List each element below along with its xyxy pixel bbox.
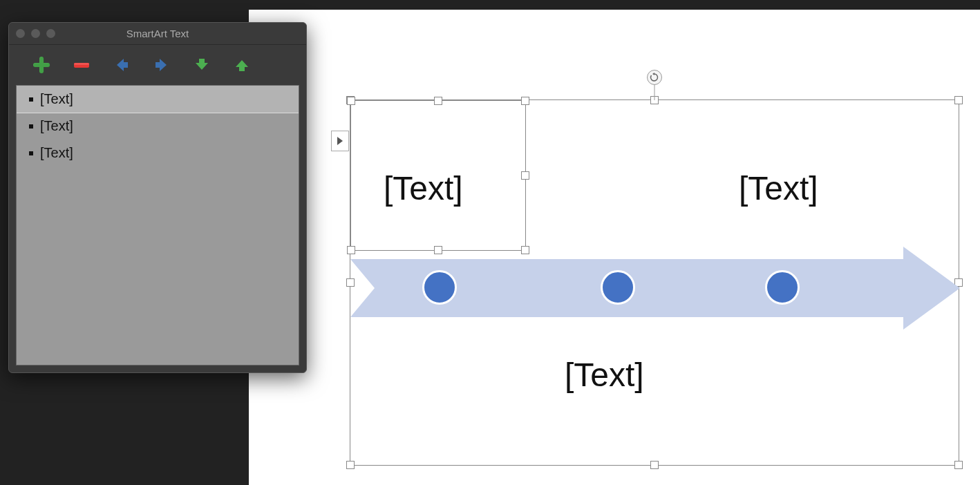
smartart-text-pane-toggle[interactable] xyxy=(331,131,349,151)
remove-bullet-button[interactable] xyxy=(70,53,93,77)
timeline-label-3[interactable]: [Text] xyxy=(739,169,818,207)
list-item-text: [Text] xyxy=(40,118,73,134)
resize-handle-tr[interactable] xyxy=(954,96,963,104)
slide-canvas[interactable]: [Text] [Text] [Text] xyxy=(261,10,980,485)
promote-button[interactable] xyxy=(110,53,133,77)
resize-handle-bl[interactable] xyxy=(346,461,355,469)
panel-toolbar xyxy=(9,45,306,85)
list-item[interactable]: [Text] xyxy=(17,86,299,113)
rotate-connector xyxy=(654,85,655,100)
minimize-window-icon[interactable] xyxy=(31,29,40,38)
arrow-up-icon xyxy=(233,56,251,74)
list-item-text: [Text] xyxy=(40,91,73,107)
inner-resize-bm[interactable] xyxy=(434,246,442,254)
add-bullet-button[interactable] xyxy=(30,53,53,77)
move-down-button[interactable] xyxy=(190,53,214,77)
rotate-handle[interactable] xyxy=(647,70,662,85)
resize-handle-bm[interactable] xyxy=(650,461,659,469)
window-controls xyxy=(16,29,55,38)
plus-icon xyxy=(32,56,50,74)
chevron-right-icon xyxy=(337,137,343,145)
bullet-icon xyxy=(29,124,33,129)
list-item[interactable]: [Text] xyxy=(17,140,299,167)
close-window-icon[interactable] xyxy=(16,29,25,38)
demote-button[interactable] xyxy=(150,53,173,77)
inner-resize-tr[interactable] xyxy=(521,97,529,105)
move-up-button[interactable] xyxy=(230,53,254,77)
smartart-selection-box[interactable]: [Text] [Text] [Text] xyxy=(350,99,959,466)
inner-resize-tl[interactable] xyxy=(347,97,355,105)
bullet-icon xyxy=(29,97,33,102)
rotate-icon xyxy=(650,73,659,82)
arrow-left-icon xyxy=(113,56,131,74)
inner-resize-br[interactable] xyxy=(521,246,529,254)
inner-resize-tm[interactable] xyxy=(434,97,442,105)
zoom-window-icon[interactable] xyxy=(46,29,55,38)
bullet-list[interactable]: [Text] [Text] [Text] xyxy=(16,85,299,365)
inner-resize-bl[interactable] xyxy=(347,246,355,254)
bullet-icon xyxy=(29,151,33,155)
timeline-label-2[interactable]: [Text] xyxy=(565,356,644,394)
resize-handle-br[interactable] xyxy=(954,461,963,469)
timeline-dot-2[interactable] xyxy=(601,270,635,305)
arrow-right-icon xyxy=(153,56,171,74)
timeline-dot-3[interactable] xyxy=(765,270,800,305)
minus-icon xyxy=(72,56,91,74)
inner-resize-rm[interactable] xyxy=(521,171,529,180)
arrow-down-icon xyxy=(193,56,211,74)
panel-titlebar[interactable]: SmartArt Text xyxy=(9,23,306,45)
list-item-text: [Text] xyxy=(40,145,73,161)
smartart-text-panel[interactable]: SmartArt Text xyxy=(8,22,307,373)
timeline-dot-1[interactable] xyxy=(422,270,457,305)
list-item[interactable]: [Text] xyxy=(17,113,299,140)
text-selection-box[interactable] xyxy=(350,100,526,251)
svg-rect-2 xyxy=(74,63,89,65)
